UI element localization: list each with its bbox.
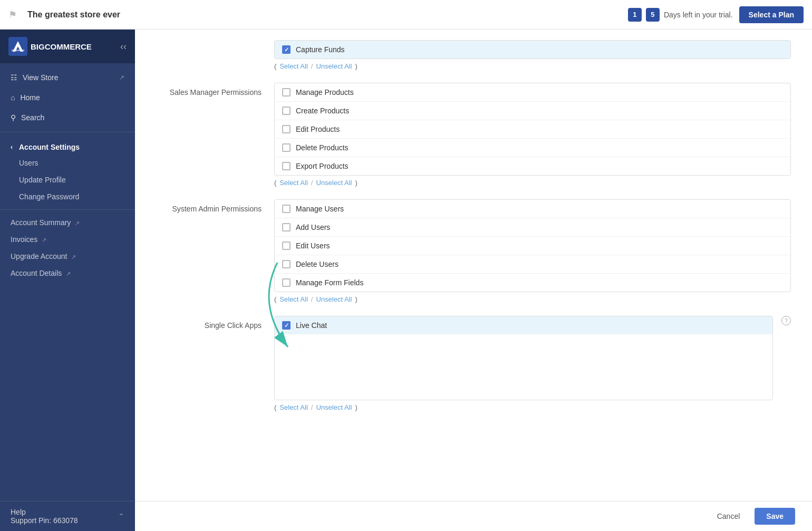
- sidebar-item-users[interactable]: Users: [0, 155, 135, 171]
- cancel-button[interactable]: Cancel: [709, 508, 749, 525]
- footer-chevron-icon[interactable]: ⌃: [118, 512, 124, 520]
- paren-open: (: [274, 295, 276, 303]
- ext-icon: ↗: [42, 237, 46, 243]
- perm-item-label: Delete Users: [296, 260, 339, 268]
- perm-row-single-click-apps: Single Click Apps Live Chat ? ( S: [156, 316, 791, 411]
- unselect-all-system-admin[interactable]: Unselect All: [316, 295, 352, 303]
- trial-text: Days left in your trial.: [664, 11, 733, 19]
- checkbox-delete-users[interactable]: [282, 260, 291, 268]
- sidebar-divider-2: [0, 209, 135, 210]
- perm-item-label: Manage Users: [296, 205, 344, 213]
- support-pin: Support Pin: 663078: [11, 516, 78, 525]
- top-header: ⚑ The greatest store ever 1 5 Days left …: [0, 0, 812, 30]
- paren-close: ): [355, 295, 357, 303]
- perm-item-edit-products: Edit Products: [275, 120, 790, 139]
- sidebar-account-settings[interactable]: ‹ Account Settings: [0, 137, 135, 155]
- perm-box-wrap-single-click-apps: Live Chat ? ( Select All / Unselect All …: [274, 316, 791, 411]
- svg-rect-2: [12, 50, 24, 51]
- sidebar-item-invoices[interactable]: Invoices ↗: [0, 231, 135, 248]
- checkbox-edit-users[interactable]: [282, 242, 291, 250]
- paren-open: (: [274, 62, 276, 70]
- perm-box-single-click-apps: Live Chat: [274, 316, 773, 400]
- ext-icon: ↗: [66, 271, 71, 277]
- perm-row-system-admin: System Admin Permissions Manage Users Ad…: [156, 199, 791, 303]
- checkbox-manage-products[interactable]: [282, 88, 291, 96]
- sidebar-navigation: ☷ View Store ↗ ⌂ Home ⚲ Search ‹ Account…: [0, 63, 135, 286]
- help-icon[interactable]: ?: [781, 316, 791, 325]
- sidebar-item-change-password[interactable]: Change Password: [0, 188, 135, 205]
- ext-icon: ↗: [75, 220, 80, 226]
- perm-row-sales-manager: Sales Manager Permissions Manage Product…: [156, 83, 791, 187]
- perm-row-capture-funds: Capture Funds ( Select All / Unselect Al…: [156, 40, 791, 70]
- unselect-all-capture-funds[interactable]: Unselect All: [316, 62, 352, 70]
- perm-item-manage-products: Manage Products: [275, 83, 790, 102]
- perm-label-capture-funds: [156, 40, 262, 45]
- perm-box-wrap-capture-funds: Capture Funds ( Select All / Unselect Al…: [274, 40, 791, 70]
- checkbox-export-products[interactable]: [282, 162, 291, 170]
- sidebar-item-upgrade-account[interactable]: Upgrade Account ↗: [0, 248, 135, 265]
- perm-label-system-admin: System Admin Permissions: [156, 199, 262, 213]
- select-all-system-admin[interactable]: Select All: [279, 295, 307, 303]
- perm-actions-system-admin: ( Select All / Unselect All ): [274, 295, 791, 303]
- sidebar-item-home[interactable]: ⌂ Home: [0, 88, 135, 108]
- sidebar-item-account-summary[interactable]: Account Summary ↗: [0, 214, 135, 231]
- perm-item-label: Edit Products: [296, 125, 340, 133]
- section-label: Account Settings: [19, 143, 80, 151]
- chevron-icon: ‹: [11, 143, 13, 151]
- perm-box-system-admin: Manage Users Add Users Edit Users D: [274, 199, 791, 292]
- checkbox-add-users[interactable]: [282, 223, 291, 231]
- separator: /: [311, 403, 313, 411]
- perm-item-live-chat: Live Chat: [275, 316, 772, 334]
- sidebar-item-search[interactable]: ⚲ Search: [0, 108, 135, 128]
- checkbox-create-products[interactable]: [282, 107, 291, 115]
- sidebar-item-update-profile[interactable]: Update Profile: [0, 171, 135, 188]
- checkbox-capture-funds[interactable]: [282, 45, 291, 54]
- footer-bar: Cancel Save: [135, 501, 812, 531]
- select-all-single-click-apps[interactable]: Select All: [279, 403, 307, 411]
- paren-close: ): [355, 403, 357, 411]
- collapse-sidebar-button[interactable]: ‹‹: [120, 41, 127, 52]
- checkbox-edit-products[interactable]: [282, 125, 291, 133]
- perm-box-capture-funds: Capture Funds: [274, 40, 791, 59]
- trial-day-2: 5: [646, 8, 660, 22]
- perm-item-label: Manage Products: [296, 88, 354, 96]
- flag-icon: ⚑: [8, 9, 17, 21]
- sidebar-item-view-store[interactable]: ☷ View Store ↗: [0, 67, 135, 88]
- checkbox-live-chat[interactable]: [282, 321, 291, 330]
- perm-item-capture-funds: Capture Funds: [275, 41, 790, 59]
- perm-label-single-click-apps: Single Click Apps: [156, 316, 262, 330]
- checkbox-delete-products[interactable]: [282, 143, 291, 152]
- select-plan-button[interactable]: Select a Plan: [739, 6, 804, 23]
- perm-item-add-users: Add Users: [275, 218, 790, 237]
- perm-box-wrap-sales-manager: Manage Products Create Products Edit Pro…: [274, 83, 791, 187]
- perm-item-label: Live Chat: [296, 321, 327, 330]
- sidebar-item-account-details[interactable]: Account Details ↗: [0, 265, 135, 282]
- unselect-all-single-click-apps[interactable]: Unselect All: [316, 403, 352, 411]
- checkbox-manage-users[interactable]: [282, 205, 291, 213]
- perm-label-sales-manager: Sales Manager Permissions: [156, 83, 262, 96]
- bigcommerce-logo: BIGCOMMERCE: [8, 37, 92, 56]
- perm-item-label: Delete Products: [296, 143, 349, 152]
- separator: /: [311, 179, 313, 187]
- logo-svg: [8, 37, 27, 56]
- checkbox-manage-form-fields[interactable]: [282, 278, 291, 287]
- perm-item-create-products: Create Products: [275, 102, 790, 120]
- trial-info: 1 5 Days left in your trial.: [628, 8, 733, 22]
- perm-item-label: Capture Funds: [296, 45, 345, 54]
- sidebar-divider-1: [0, 132, 135, 132]
- perm-item-label: Manage Form Fields: [296, 278, 363, 287]
- paren-open: (: [274, 403, 276, 411]
- store-icon: ☷: [11, 73, 17, 82]
- perm-actions-capture-funds: ( Select All / Unselect All ): [274, 62, 791, 70]
- select-all-sales-manager[interactable]: Select All: [279, 179, 307, 187]
- logo-label: BIGCOMMERCE: [31, 42, 92, 51]
- trial-day-1: 1: [628, 8, 642, 22]
- unselect-all-sales-manager[interactable]: Unselect All: [316, 179, 352, 187]
- save-button[interactable]: Save: [755, 508, 795, 525]
- perm-item-label: Add Users: [296, 223, 330, 231]
- perm-item-export-products: Export Products: [275, 157, 790, 175]
- perm-actions-sales-manager: ( Select All / Unselect All ): [274, 179, 791, 187]
- select-all-capture-funds[interactable]: Select All: [279, 62, 307, 70]
- perm-item-edit-users: Edit Users: [275, 237, 790, 255]
- separator: /: [311, 295, 313, 303]
